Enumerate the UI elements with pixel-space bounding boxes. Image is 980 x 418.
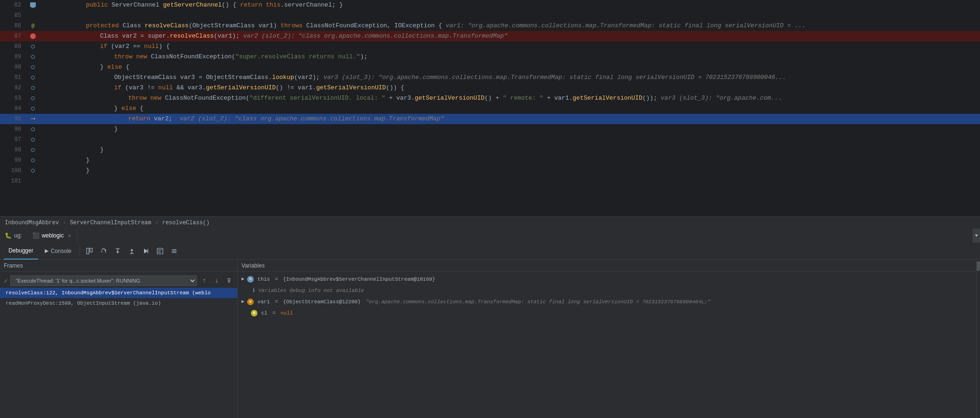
weblogic-tab[interactable]: ⬛ weblogic × — [27, 229, 77, 243]
var1-hint: "org.apache.commons.collections.map.Tran… — [362, 297, 710, 307]
thread-up-btn[interactable]: ↑ — [200, 276, 209, 285]
gutter-89 — [26, 55, 40, 59]
code-empty-space — [0, 186, 980, 216]
panel-collapse-btn[interactable]: ▼ — [972, 229, 980, 243]
variables-content: ▶ ≡ this = {InboundMsgAbbrev$ServerChann… — [238, 272, 976, 418]
gutter-92 — [26, 86, 40, 90]
debugger-tab[interactable]: Debugger — [4, 243, 38, 260]
gutter-marker-92 — [31, 86, 35, 90]
gutter-94 — [26, 107, 40, 110]
gutter-marker-93 — [31, 96, 35, 100]
gutter-marker-99 — [31, 158, 35, 162]
frame-item-1[interactable]: readNonProxyDesc:1589, ObjectInputStream… — [0, 298, 237, 308]
info-icon: ℹ — [253, 286, 255, 295]
thread-down-btn[interactable]: ↓ — [212, 276, 221, 285]
frames-content: ✓ "ExecuteThread: '1' for q...c.socket.M… — [0, 272, 237, 418]
frame-text-1: readNonProxyDesc:1589, ObjectInputStream… — [6, 300, 161, 306]
line-num-91: 91 — [0, 74, 26, 81]
variables-header: Variables — [238, 260, 976, 272]
console-tab-label: Console — [51, 248, 72, 254]
breadcrumb-sep-1: › — [63, 220, 66, 226]
annotation-icon-86: @ — [32, 23, 35, 29]
thread-filter-btn[interactable]: ⊽ — [224, 276, 233, 285]
gutter-marker-100 — [31, 169, 35, 173]
this-equals: = — [272, 275, 281, 284]
console-tab-icon: ▶ — [45, 248, 48, 254]
debugger-tab-label: Debugger — [8, 247, 33, 254]
line-code-101 — [40, 176, 980, 186]
gutter-87 — [26, 33, 40, 39]
var-var1[interactable]: ▶ v var1 = {ObjectStreamClass@12200} "or… — [238, 296, 976, 308]
line-num-99: 99 — [0, 157, 26, 164]
var-cl[interactable]: ⊕ cl = null — [238, 308, 976, 319]
gutter-marker-90 — [31, 65, 35, 69]
weblogic-tab-close[interactable]: × — [68, 233, 71, 238]
code-line-100: 100 } — [0, 166, 980, 176]
cl-icon: ⊕ — [251, 310, 257, 316]
line-num-90: 90 — [0, 64, 26, 71]
frame-item-0[interactable]: resolveClass:122, InboundMsgAbbrev$Serve… — [0, 288, 237, 298]
breadcrumb-bar: InboundMsgAbbrev › ServerChannelInputStr… — [0, 216, 980, 229]
gutter-86: @ — [26, 23, 40, 29]
line-num-101: 101 — [0, 178, 26, 184]
gutter-91 — [26, 76, 40, 79]
svg-marker-3 — [116, 252, 119, 253]
frame-text-0: resolveClass:122, InboundMsgAbbrev$Serve… — [6, 290, 211, 296]
evaluate-btn[interactable] — [154, 245, 166, 257]
gutter-marker-97 — [31, 138, 35, 142]
line-num-92: 92 — [0, 85, 26, 91]
gutter-96 — [26, 127, 40, 131]
top-tabs-row: 🐛 ug: ⬛ weblogic × ▼ — [0, 229, 980, 243]
gutter-95: → — [26, 115, 40, 123]
line-num-95: 95 — [0, 116, 26, 122]
breadcrumb-item-3[interactable]: resolveClass() — [162, 220, 209, 226]
restore-layout-btn[interactable] — [83, 245, 96, 257]
line-num-98: 98 — [0, 147, 26, 153]
var1-value: {ObjectStreamClass@12200} — [283, 297, 361, 307]
run-to-cursor-btn[interactable] — [140, 245, 152, 257]
step-over-btn[interactable] — [97, 245, 110, 257]
breadcrumb-sep-2: › — [155, 220, 158, 226]
console-tab[interactable]: ▶ Console — [40, 243, 76, 260]
cl-expand-arrow — [241, 308, 247, 318]
code-line-82: 82 public ServerChannel getServerChannel… — [0, 0, 980, 10]
right-scrollbar[interactable] — [976, 260, 980, 418]
gutter-marker-96 — [31, 127, 35, 131]
line-num-97: 97 — [0, 136, 26, 143]
frames-label: Frames — [4, 262, 23, 269]
debug-panel: 🐛 ug: ⬛ weblogic × ▼ Debugger ▶ Console — [0, 229, 980, 418]
this-var-icon: ≡ — [247, 276, 254, 283]
gutter-82 — [26, 2, 40, 8]
line-num-89: 89 — [0, 54, 26, 60]
cl-name: cl — [261, 308, 267, 318]
thread-dropdown[interactable]: "ExecuteThread: '1' for q...c.socket.Mux… — [10, 276, 197, 286]
debug-info-text: Variables debug info not available — [258, 286, 364, 295]
svg-marker-5 — [130, 249, 133, 251]
code-line-96: 96 } — [0, 124, 980, 134]
line-num-93: 93 — [0, 95, 26, 102]
line-num-94: 94 — [0, 105, 26, 112]
gutter-97 — [26, 138, 40, 142]
this-var-value: {InboundMsgAbbrev$ServerChannelInputStre… — [283, 275, 435, 284]
debug-toolbar: Debugger ▶ Console — [0, 243, 980, 260]
step-out-btn[interactable] — [126, 245, 138, 257]
var-this[interactable]: ▶ ≡ this = {InboundMsgAbbrev$ServerChann… — [238, 274, 976, 285]
step-into-btn[interactable] — [112, 245, 124, 257]
thread-selector: ✓ "ExecuteThread: '1' for q...c.socket.M… — [0, 274, 237, 288]
thread-running-icon: ✓ — [4, 277, 8, 285]
code-editor: 82 public ServerChannel getServerChannel… — [0, 0, 980, 216]
this-var-name: this — [257, 275, 270, 284]
breakpoint-icon-87[interactable] — [30, 33, 36, 39]
breadcrumb-item-1[interactable]: InboundMsgAbbrev — [5, 220, 59, 226]
gutter-88 — [26, 45, 40, 48]
breadcrumb-item-2[interactable]: ServerChannelInputStream — [70, 220, 151, 226]
weblogic-tab-icon: ⬛ — [32, 232, 40, 239]
bookmark-icon-82 — [30, 2, 36, 8]
toolbar-sep-1 — [80, 246, 80, 256]
settings-btn[interactable] — [168, 245, 180, 257]
gutter-marker-88 — [31, 45, 35, 48]
var-debug-info: ℹ Variables debug info not available — [238, 285, 976, 296]
variables-label: Variables — [241, 262, 265, 269]
this-expand-arrow: ▶ — [241, 275, 244, 284]
line-num-86: 86 — [0, 23, 26, 29]
